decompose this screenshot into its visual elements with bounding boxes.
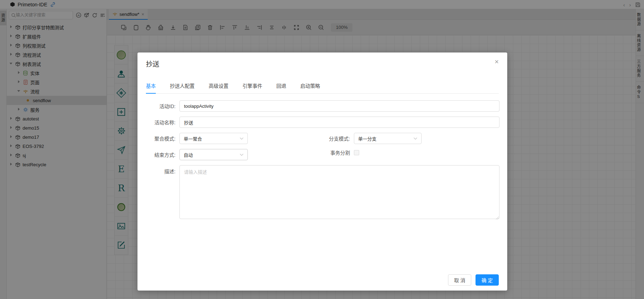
aggregation-mode-value: 单一聚合 — [184, 135, 202, 142]
chevron-down-icon — [413, 137, 417, 140]
dialog-tab-basic[interactable]: 基本 — [146, 82, 156, 93]
dialog-tabs: 基本 抄送人配置 高级设置 引擎事件 回退 启动策略 — [146, 82, 499, 94]
branch-mode-value: 单一分支 — [358, 135, 376, 142]
cancel-button[interactable]: 取 消 — [448, 274, 471, 286]
cc-activity-dialog: 抄送 × 基本 抄送人配置 高级设置 引擎事件 回退 启动策略 活动ID: 活动… — [137, 52, 507, 291]
chevron-down-icon — [240, 154, 244, 156]
aggregation-mode-select[interactable]: 单一聚合 — [179, 133, 248, 144]
description-textarea[interactable] — [179, 165, 499, 219]
activity-name-input[interactable] — [179, 117, 499, 128]
transaction-split-checkbox[interactable] — [354, 150, 359, 155]
dialog-tab-rollback[interactable]: 回退 — [276, 82, 286, 93]
description-label: 描述: — [137, 168, 176, 175]
end-mode-label: 结束方式: — [137, 151, 176, 158]
activity-id-label: 活动ID: — [137, 102, 176, 110]
dialog-title: 抄送 — [146, 59, 159, 68]
chevron-down-icon — [240, 137, 244, 140]
dialog-tab-advanced[interactable]: 高级设置 — [209, 82, 228, 93]
dialog-tab-engine-events[interactable]: 引擎事件 — [243, 82, 262, 93]
branch-mode-select[interactable]: 单一分支 — [354, 133, 422, 144]
dialog-tab-start-strategy[interactable]: 启动策略 — [300, 82, 320, 93]
activity-id-input[interactable] — [179, 100, 499, 112]
dialog-close-icon[interactable]: × — [492, 57, 501, 66]
transaction-split-label: 事务分割 — [312, 149, 350, 156]
dialog-tab-cc-config[interactable]: 抄送人配置 — [170, 82, 195, 93]
end-mode-select[interactable]: 自动 — [179, 149, 248, 160]
branch-mode-label: 分支模式: — [312, 135, 350, 142]
end-mode-value: 自动 — [184, 151, 193, 158]
dialog-footer: 取 消 确 定 — [448, 274, 499, 286]
activity-name-label: 活动名称: — [137, 119, 176, 126]
aggregation-mode-label: 聚合模式: — [137, 135, 176, 142]
ok-button[interactable]: 确 定 — [476, 274, 499, 286]
